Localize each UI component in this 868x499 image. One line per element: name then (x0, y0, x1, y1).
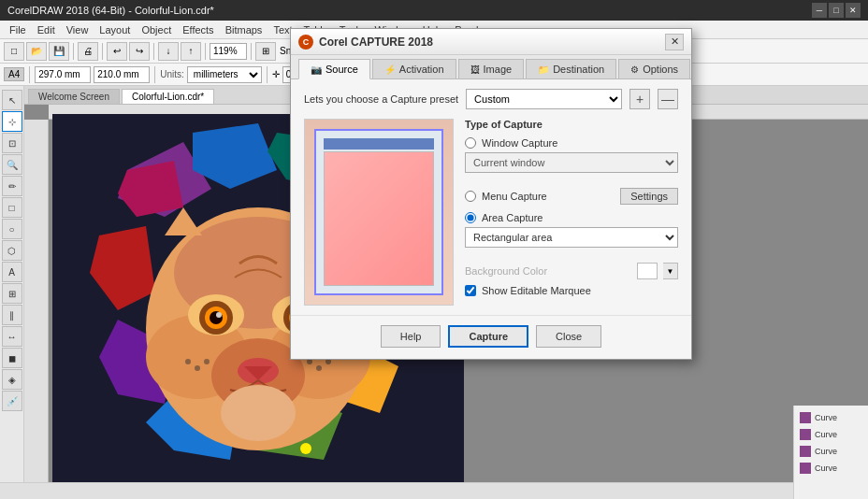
svg-point-30 (195, 365, 200, 371)
preview-title-bar (324, 138, 434, 150)
capture-dialog[interactable]: C Corel CAPTURE 2018 ✕ 📷 Source ⚡ Activa… (290, 28, 692, 360)
close-btn[interactable]: ✕ (846, 3, 861, 18)
freehand-tool[interactable]: ✏ (2, 176, 22, 196)
image-tab-label: Image (484, 64, 513, 75)
left-toolbox: ↖ ⊹ ⊡ 🔍 ✏ □ ○ ⬡ A ⊞ ∥ ↔ ◼ ◈ 💉 (0, 86, 24, 482)
title-bar: CorelDRAW 2018 (64-Bit) - Colorful-Lion.… (0, 0, 868, 21)
preset-add-btn[interactable]: + (629, 89, 650, 109)
minimize-btn[interactable]: ─ (812, 3, 827, 18)
area-capture-radio[interactable] (465, 212, 476, 223)
menu-view[interactable]: View (61, 22, 94, 37)
polygon-tool[interactable]: ⬡ (2, 240, 22, 261)
title-controls: ─ □ ✕ (812, 3, 861, 18)
menu-effects[interactable]: Effects (177, 22, 219, 37)
area-capture-group: Area Capture Rectangular area Elliptical… (465, 212, 678, 255)
capture-button[interactable]: Capture (448, 325, 528, 348)
select-tool[interactable]: ↖ (2, 90, 22, 110)
activation-tab-icon: ⚡ (384, 64, 396, 75)
bg-color-swatch[interactable] (637, 263, 658, 279)
eyedropper-tool[interactable]: 💉 (2, 391, 22, 411)
redo-btn[interactable]: ↪ (129, 42, 150, 61)
preview-pink-area (325, 152, 433, 285)
tab-image[interactable]: 🖼 Image (458, 59, 525, 78)
menu-edit[interactable]: Edit (32, 22, 61, 37)
rect-tool[interactable]: □ (2, 197, 22, 218)
area-capture-select[interactable]: Rectangular area Elliptical area Freehan… (465, 227, 678, 248)
window-capture-row: Window Capture (465, 137, 678, 149)
snap-btn[interactable]: ⊞ (255, 42, 276, 61)
area-capture-row: Area Capture (465, 212, 678, 223)
curve-label-3: Curve (815, 447, 837, 456)
toolbar2-sep-1 (29, 66, 30, 83)
toolbar-sep-4 (205, 43, 206, 60)
menu-object[interactable]: Object (136, 22, 177, 37)
curve-icon-4 (800, 463, 811, 474)
table-tool[interactable]: ⊞ (2, 283, 22, 304)
window-capture-radio[interactable] (465, 137, 476, 149)
bg-color-arrow[interactable]: ▼ (663, 263, 678, 279)
preset-row: Lets you choose a Capture preset Custom … (304, 89, 678, 109)
open-btn[interactable]: 📂 (26, 42, 47, 61)
marquee-row: Show Editable Marquee (465, 285, 678, 296)
save-btn[interactable]: 💾 (49, 42, 69, 61)
help-button[interactable]: Help (381, 325, 441, 348)
toolbar-sep-5 (251, 43, 252, 60)
menu-capture-radio[interactable] (465, 191, 476, 202)
fill-tool[interactable]: ◼ (2, 348, 22, 368)
zoom-tool[interactable]: 🔍 (2, 154, 22, 175)
interactive-tool[interactable]: ◈ (2, 369, 22, 390)
image-tab-icon: 🖼 (470, 64, 480, 75)
preset-select[interactable]: Custom Full Screen Window Area (466, 89, 622, 109)
tab-doc[interactable]: Colorful-Lion.cdr* (122, 89, 214, 104)
curve-label-2: Curve (815, 430, 837, 439)
maximize-btn[interactable]: □ (829, 3, 844, 18)
source-tab-icon: 📷 (311, 64, 322, 75)
dialog-close-btn[interactable]: ✕ (665, 34, 684, 50)
preview-content (324, 151, 434, 286)
units-select[interactable]: millimeters (187, 66, 262, 83)
curve-icon-3 (800, 446, 811, 457)
ellipse-tool[interactable]: ○ (2, 219, 22, 239)
parallel-tool[interactable]: ∥ (2, 305, 22, 325)
tab-source[interactable]: 📷 Source (298, 59, 370, 79)
menu-capture-label: Menu Capture (482, 191, 547, 202)
menu-bitmaps[interactable]: Bitmaps (220, 22, 268, 37)
connector-tool[interactable]: ↔ (2, 326, 22, 347)
preset-remove-btn[interactable]: — (658, 89, 678, 109)
destination-tab-icon: 📁 (538, 64, 549, 75)
export-btn[interactable]: ↑ (181, 42, 201, 61)
nudge-icon: ✛ (272, 69, 280, 79)
print-btn[interactable]: 🖨 (78, 42, 98, 61)
tab-activation[interactable]: ⚡ Activation (372, 59, 456, 78)
crop-tool[interactable]: ⊡ (2, 133, 22, 153)
menu-file[interactable]: File (4, 22, 32, 37)
node-tool[interactable]: ⊹ (2, 111, 22, 132)
capture-options: Type of Capture Window Capture Current w… (465, 119, 678, 306)
page-format: A4 (4, 67, 24, 81)
text-tool[interactable]: A (2, 262, 22, 282)
close-dialog-button[interactable]: Close (536, 325, 601, 348)
preset-label: Lets you choose a Capture preset (304, 93, 458, 105)
tab-welcome[interactable]: Welcome Screen (28, 89, 120, 104)
toolbar-sep-1 (73, 43, 74, 60)
tab-options[interactable]: ⚙ Options (618, 59, 690, 78)
preview-image (305, 120, 453, 305)
undo-btn[interactable]: ↩ (107, 42, 127, 61)
window-capture-select[interactable]: Current window Active window All windows (465, 152, 678, 173)
import-btn[interactable]: ↓ (158, 42, 179, 61)
width-input[interactable]: 297.0 mm (35, 66, 91, 83)
activation-tab-label: Activation (399, 64, 444, 75)
preview-area (304, 119, 454, 306)
settings-btn[interactable]: Settings (620, 188, 678, 205)
dialog-tabs: 📷 Source ⚡ Activation 🖼 Image 📁 Destinat… (291, 55, 691, 79)
type-of-capture-title: Type of Capture (465, 119, 678, 130)
tab-destination[interactable]: 📁 Destination (526, 59, 616, 78)
height-input[interactable]: 210.0 mm (94, 66, 150, 83)
menu-layout[interactable]: Layout (94, 22, 136, 37)
status-bar (0, 482, 868, 499)
new-btn[interactable]: □ (4, 42, 24, 61)
menu-capture-row: Menu Capture Settings (465, 188, 678, 205)
main-content-row: Type of Capture Window Capture Current w… (304, 119, 678, 306)
marquee-checkbox[interactable] (465, 285, 476, 296)
zoom-input[interactable]: 119% (210, 43, 247, 60)
